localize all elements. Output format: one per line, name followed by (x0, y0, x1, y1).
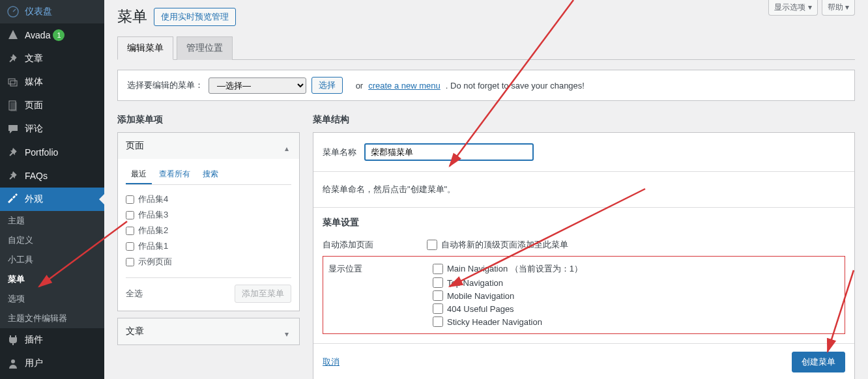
sidebar-item-posts[interactable]: 文章 (0, 47, 104, 70)
plugin-icon (7, 333, 20, 346)
menu-label: 外观 (25, 193, 43, 205)
comment-icon (7, 122, 20, 135)
location-highlight-box: 显示位置 Main Navigation （当前设置为：1） Top Navig… (323, 256, 845, 334)
settings-title: 菜单设置 (323, 217, 845, 229)
submenu-options[interactable]: 选项 (0, 289, 104, 309)
menu-structure-box: 菜单名称 给菜单命名，然后点击"创建菜单"。 菜单设置 自动添加页面 自动将新的… (313, 132, 855, 379)
menu-label: 仪表盘 (25, 6, 52, 18)
cancel-link[interactable]: 取消 (323, 356, 340, 368)
select-label: 选择要编辑的菜单： (127, 79, 203, 91)
appearance-icon (7, 193, 20, 206)
menu-select-row: 选择要编辑的菜单： —选择— 选择 or create a new menu. … (117, 70, 855, 101)
auto-add-option[interactable]: 自动将新的顶级页面添加至此菜单 (427, 239, 845, 251)
tab-view-all[interactable]: 查看所有 (154, 165, 195, 184)
sidebar-item-users[interactable]: 用户 (0, 352, 104, 375)
page-title: 菜单 (117, 7, 147, 27)
location-option[interactable]: Sticky Header Navigation (433, 316, 839, 327)
page-check-list: 作品集4 作品集3 作品集2 作品集1 示例页面 (126, 191, 291, 270)
update-badge: 1 (53, 29, 65, 41)
pin-icon (7, 146, 20, 159)
submenu-menus[interactable]: 菜单 (0, 270, 104, 289)
svg-point-5 (11, 359, 15, 363)
sidebar-item-comments[interactable]: 评论 (0, 117, 104, 141)
create-menu-link[interactable]: create a new menu (368, 81, 441, 91)
avada-icon (7, 29, 20, 42)
menu-label: 媒体 (25, 76, 43, 88)
list-item[interactable]: 作品集2 (126, 223, 291, 238)
tab-recent[interactable]: 最近 (126, 165, 152, 184)
select-button[interactable]: 选择 (311, 77, 343, 94)
pin-icon (7, 52, 20, 65)
dashboard-icon (7, 5, 20, 18)
help-button[interactable]: 帮助 ▾ (822, 0, 855, 16)
create-menu-button[interactable]: 创建菜单 (792, 352, 845, 372)
page-accordion-header[interactable]: 页面 (118, 133, 299, 159)
live-preview-button[interactable]: 使用实时预览管理 (154, 8, 236, 26)
nav-tabs: 编辑菜单 管理位置 (117, 36, 855, 60)
menu-label: Avada (25, 30, 50, 40)
suffix-text: . Do not forget to save your changes! (446, 81, 585, 91)
user-icon (7, 357, 20, 370)
post-accordion-header[interactable]: 文章 (118, 318, 299, 344)
media-icon (7, 76, 20, 89)
appearance-submenu: 主题 自定义 小工具 菜单 选项 主题文件编辑器 (0, 211, 104, 328)
submenu-themes[interactable]: 主题 (0, 211, 104, 231)
structure-title: 菜单结构 (313, 114, 855, 126)
menu-name-label: 菜单名称 (323, 147, 356, 158)
instruction-text: 给菜单命名，然后点击"创建菜单"。 (313, 172, 854, 208)
display-location-label: 显示位置 (328, 263, 433, 327)
location-option[interactable]: Main Navigation （当前设置为：1） (433, 263, 839, 275)
menu-label: 插件 (25, 334, 43, 346)
tab-edit-menu[interactable]: 编辑菜单 (117, 36, 173, 60)
tab-search[interactable]: 搜索 (197, 165, 224, 184)
sidebar-item-faqs[interactable]: FAQs (0, 164, 104, 188)
admin-sidebar: 仪表盘 Avada 1 文章 媒体 页面 评论 Portfolio (0, 0, 104, 379)
list-item[interactable]: 作品集3 (126, 207, 291, 223)
svg-rect-4 (10, 102, 17, 111)
menu-name-input[interactable] (364, 143, 534, 161)
tab-manage-locations[interactable]: 管理位置 (177, 36, 233, 60)
sidebar-item-dashboard[interactable]: 仪表盘 (0, 0, 104, 23)
submenu-theme-editor[interactable]: 主题文件编辑器 (0, 309, 104, 328)
list-item[interactable]: 作品集1 (126, 238, 291, 254)
location-option[interactable]: Mobile Navigation (433, 290, 839, 301)
svg-rect-1 (8, 79, 15, 84)
submenu-widgets[interactable]: 小工具 (0, 250, 104, 270)
sidebar-item-portfolio[interactable]: Portfolio (0, 141, 104, 164)
menu-label: Portfolio (25, 147, 58, 158)
select-all-link[interactable]: 全选 (126, 288, 143, 300)
or-text: or (356, 81, 364, 91)
sidebar-item-avada[interactable]: Avada 1 (0, 23, 104, 47)
menu-select[interactable]: —选择— (209, 77, 306, 94)
menu-label: 文章 (25, 53, 43, 64)
menu-label: 页面 (25, 100, 43, 111)
pin-icon (7, 169, 20, 182)
menu-label: 评论 (25, 123, 43, 135)
add-items-title: 添加菜单项 (117, 114, 300, 126)
submenu-customize[interactable]: 自定义 (0, 231, 104, 250)
sidebar-item-pages[interactable]: 页面 (0, 94, 104, 117)
svg-rect-2 (10, 81, 17, 86)
sidebar-item-plugins[interactable]: 插件 (0, 328, 104, 352)
chevron-up-icon (285, 143, 291, 149)
sidebar-item-media[interactable]: 媒体 (0, 70, 104, 94)
auto-add-label: 自动添加页面 (323, 239, 427, 251)
list-item[interactable]: 示例页面 (126, 254, 291, 270)
location-option[interactable]: 404 Useful Pages (433, 303, 839, 314)
location-option[interactable]: Top Navigation (433, 277, 839, 288)
chevron-down-icon (285, 328, 291, 335)
list-item[interactable]: 作品集4 (126, 191, 291, 207)
post-accordion: 文章 (117, 318, 300, 345)
display-options-button[interactable]: 显示选项 ▾ (768, 0, 817, 16)
sidebar-item-appearance[interactable]: 外观 (0, 188, 104, 211)
add-to-menu-button[interactable]: 添加至菜单 (235, 285, 291, 303)
menu-label: FAQs (25, 171, 48, 181)
page-accordion: 页面 最近 查看所有 搜索 作品集4 作品集3 作品集2 (117, 132, 300, 311)
page-icon (7, 99, 20, 112)
main-content: 显示选项 ▾ 帮助 ▾ 菜单 使用实时预览管理 编辑菜单 管理位置 选择要编辑的… (104, 0, 868, 379)
menu-label: 用户 (25, 358, 43, 369)
